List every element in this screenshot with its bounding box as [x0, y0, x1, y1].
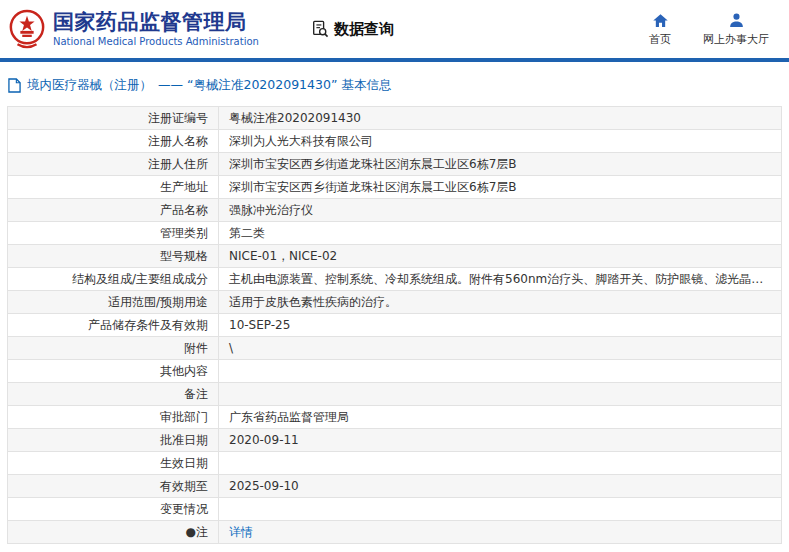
row-value: 深圳市宝安区西乡街道龙珠社区润东晨工业区6栋7层B: [219, 153, 782, 176]
table-row: 注册证编号粤械注准20202091430: [8, 107, 782, 130]
table-row: 附件\: [8, 337, 782, 360]
row-value: 第二类: [219, 222, 782, 245]
table-row: ●注详情: [8, 521, 782, 544]
row-value: 适用于皮肤色素性疾病的治疗。: [219, 291, 782, 314]
table-row: 生产地址深圳市宝安区西乡街道龙珠社区润东晨工业区6栋7层B: [8, 176, 782, 199]
row-value: 10-SEP-25: [219, 314, 782, 337]
table-row: 结构及组成/主要组成成分主机由电源装置、控制系统、冷却系统组成。附件有560nm…: [8, 268, 782, 291]
row-value: 主机由电源装置、控制系统、冷却系统组成。附件有560nm治疗头、脚踏开关、防护眼…: [219, 268, 782, 291]
table-row: 生效日期: [8, 452, 782, 475]
detail-link[interactable]: 详情: [229, 525, 253, 539]
row-value: 深圳为人光大科技有限公司: [219, 130, 782, 153]
page-header: 国家药品监督管理局 National Medical Products Admi…: [0, 0, 789, 58]
table-row: 有效期至2025-09-10: [8, 475, 782, 498]
table-row: 适用范围/预期用途适用于皮肤色素性疾病的治疗。: [8, 291, 782, 314]
nav-home[interactable]: 首页: [643, 12, 677, 47]
table-row: 注册人住所深圳市宝安区西乡街道龙珠社区润东晨工业区6栋7层B: [8, 153, 782, 176]
table-row: 变更情况: [8, 498, 782, 521]
person-icon: [728, 12, 745, 29]
breadcrumb: 境内医疗器械（注册） —— “粤械注准20202091430” 基本信息: [0, 62, 789, 106]
row-label: 审批部门: [8, 406, 219, 429]
row-label: 附件: [8, 337, 219, 360]
data-query-tab[interactable]: 数据查询: [311, 20, 394, 39]
home-icon: [652, 12, 669, 29]
row-value: [219, 498, 782, 521]
row-value: [219, 383, 782, 406]
row-label: 产品名称: [8, 199, 219, 222]
row-value: 2020-09-11: [219, 429, 782, 452]
row-value: [219, 360, 782, 383]
row-value: \: [219, 337, 782, 360]
table-row: 产品储存条件及有效期10-SEP-25: [8, 314, 782, 337]
row-label: 产品储存条件及有效期: [8, 314, 219, 337]
row-value: 广东省药品监督管理局: [219, 406, 782, 429]
registration-info-table: 注册证编号粤械注准20202091430注册人名称深圳为人光大科技有限公司注册人…: [7, 106, 782, 544]
row-label: 批准日期: [8, 429, 219, 452]
row-label: 管理类别: [8, 222, 219, 245]
info-table-body: 注册证编号粤械注准20202091430注册人名称深圳为人光大科技有限公司注册人…: [8, 107, 782, 544]
row-label: 适用范围/预期用途: [8, 291, 219, 314]
breadcrumb-title: —— “粤械注准20202091430” 基本信息: [158, 77, 391, 94]
row-value: 强脉冲光治疗仪: [219, 199, 782, 222]
row-value: NICE-01，NICE-02: [219, 245, 782, 268]
table-row: 产品名称强脉冲光治疗仪: [8, 199, 782, 222]
org-name-en: National Medical Products Administration: [53, 36, 259, 48]
national-emblem-icon: [8, 8, 46, 50]
row-value: 详情: [219, 521, 782, 544]
nav-home-label: 首页: [649, 32, 671, 47]
row-label: 注册人名称: [8, 130, 219, 153]
row-label: 结构及组成/主要组成成分: [8, 268, 219, 291]
table-row: 批准日期2020-09-11: [8, 429, 782, 452]
row-label: 注册证编号: [8, 107, 219, 130]
data-query-label: 数据查询: [334, 20, 394, 39]
row-label: 型号规格: [8, 245, 219, 268]
row-label: 生效日期: [8, 452, 219, 475]
row-label: 变更情况: [8, 498, 219, 521]
row-value: 粤械注准20202091430: [219, 107, 782, 130]
document-icon: [8, 78, 21, 93]
breadcrumb-category[interactable]: 境内医疗器械（注册）: [27, 77, 152, 94]
table-row: 管理类别第二类: [8, 222, 782, 245]
nmpa-logo-block: 国家药品监督管理局 National Medical Products Admi…: [8, 8, 259, 50]
nav-online-hall[interactable]: 网上办事大厅: [703, 12, 769, 47]
table-row: 型号规格NICE-01，NICE-02: [8, 245, 782, 268]
top-nav: 首页 网上办事大厅: [643, 12, 769, 47]
row-label: ●注: [8, 521, 219, 544]
table-row: 其他内容: [8, 360, 782, 383]
row-value: 2025-09-10: [219, 475, 782, 498]
row-label: 生产地址: [8, 176, 219, 199]
table-row: 备注: [8, 383, 782, 406]
row-value: 深圳市宝安区西乡街道龙珠社区润东晨工业区6栋7层B: [219, 176, 782, 199]
row-label: 注册人住所: [8, 153, 219, 176]
table-row: 注册人名称深圳为人光大科技有限公司: [8, 130, 782, 153]
data-query-icon: [311, 20, 329, 38]
nav-online-hall-label: 网上办事大厅: [703, 32, 769, 47]
org-titles: 国家药品监督管理局 National Medical Products Admi…: [53, 10, 259, 48]
row-label: 备注: [8, 383, 219, 406]
table-row: 审批部门广东省药品监督管理局: [8, 406, 782, 429]
row-label: 其他内容: [8, 360, 219, 383]
org-name-cn: 国家药品监督管理局: [53, 10, 259, 34]
row-value: [219, 452, 782, 475]
row-label: 有效期至: [8, 475, 219, 498]
